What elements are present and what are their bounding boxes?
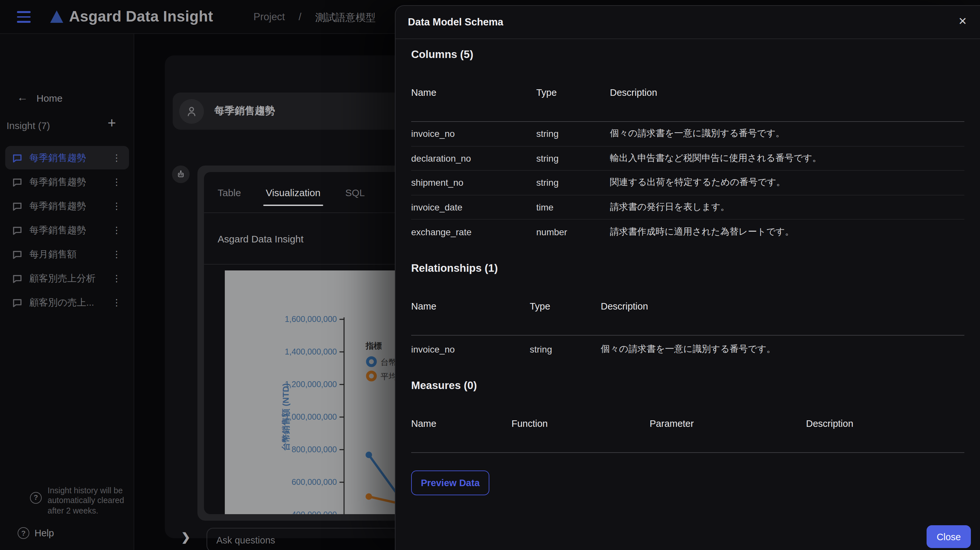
columns-table: Name Type Description invoice_no string … [411, 60, 964, 244]
cell-name: invoice_no [411, 344, 530, 354]
cell-name: exchange_rate [411, 227, 536, 237]
cell-type: number [536, 227, 610, 237]
sidebar-item-label: 每季銷售趨勢 [29, 224, 103, 236]
history-note: ? Insight history will be automatically … [18, 486, 127, 516]
item-menu-icon[interactable]: ⋮ [110, 297, 129, 308]
sidebar-item-label: 顧客別売上分析 [29, 272, 103, 285]
measures-table: Name Function Parameter Description [411, 391, 964, 453]
home-button[interactable]: ← Home [0, 89, 134, 107]
preview-data-button[interactable]: Preview Data [411, 470, 489, 495]
bot-avatar [172, 165, 189, 183]
chat-bubble-icon [12, 200, 23, 211]
cell-description: 輸出入申告書など税関申告に使用される番号です。 [610, 153, 964, 164]
chat-bubble-icon [12, 224, 23, 235]
sidebar-item-insight-4[interactable]: 每季銷售趨勢 ⋮ [5, 218, 129, 242]
robot-icon [176, 169, 186, 179]
back-arrow-icon: ← [17, 91, 28, 104]
person-icon [185, 104, 199, 118]
sidebar-item-label: 顧客別の売上... [29, 296, 103, 308]
col-header-name: Name [411, 300, 530, 312]
tick-label: 1,000,000,000 [285, 412, 337, 421]
insight-section-label: Insight (7) [6, 119, 50, 131]
cell-description: 個々の請求書を一意に識別する番号です。 [601, 343, 964, 355]
chat-bubble-icon [12, 273, 23, 284]
tick-label: 600,000,000 [291, 477, 337, 486]
table-row: invoice_date time 請求書の発行日を表します。 [411, 195, 964, 219]
chat-bubble-icon [12, 176, 23, 188]
col-header-parameter: Parameter [650, 417, 806, 429]
history-note-text: Insight history will be automatically cl… [48, 486, 127, 516]
help-button[interactable]: ? Help [18, 527, 54, 539]
sidebar-item-insight-7[interactable]: 顧客別の売上... ⋮ [5, 291, 129, 314]
sidebar-item-label: 每季銷售趨勢 [29, 200, 103, 212]
table-row: invoice_no string 個々の請求書を一意に識別する番号です。 [411, 335, 964, 362]
chevron-right-icon[interactable]: ❯ [181, 531, 191, 544]
item-menu-icon[interactable]: ⋮ [110, 201, 129, 211]
add-insight-button[interactable]: + [108, 116, 116, 130]
sidebar-item-insight-6[interactable]: 顧客別売上分析 ⋮ [5, 267, 129, 290]
breadcrumb-separator: / [299, 11, 302, 25]
data-model-schema-modal: Data Model Schema ✕ Columns (5) Name Typ… [395, 5, 980, 550]
insight-list: 每季銷售趨勢 ⋮ 每季銷售趨勢 ⋮ 每季銷售趨勢 ⋮ 每季銷售趨勢 ⋮ 每月銷售… [0, 146, 134, 315]
modal-footer: Close [927, 525, 971, 548]
tab-table[interactable]: Table [218, 172, 241, 213]
cell-name: invoice_date [411, 202, 536, 213]
sidebar-item-label: 每月銷售額 [29, 248, 103, 260]
sidebar-item-insight-5[interactable]: 每月銷售額 ⋮ [5, 242, 129, 266]
relationships-heading: Relationships (1) [411, 261, 964, 274]
col-header-type: Type [530, 300, 601, 312]
col-header-description: Description [610, 87, 964, 99]
sidebar-item-insight-1[interactable]: 每季銷售趨勢 ⋮ [5, 146, 129, 169]
tab-visualization[interactable]: Visualization [266, 172, 321, 213]
tick-label: 1,400,000,000 [285, 347, 337, 356]
modal-header: Data Model Schema ✕ [396, 6, 980, 39]
columns-heading: Columns (5) [411, 48, 964, 60]
close-icon[interactable]: ✕ [954, 11, 971, 31]
breadcrumb-model[interactable]: 測試語意模型 [315, 11, 375, 25]
col-header-description: Description [601, 300, 964, 312]
app-title: Asgard Data Insight [69, 8, 213, 25]
question-circle-icon: ? [30, 492, 42, 504]
tick-label: 400,000,000 [291, 510, 337, 514]
cell-type: string [536, 129, 610, 139]
item-menu-icon[interactable]: ⋮ [110, 273, 129, 283]
cell-name: declaration_no [411, 153, 536, 164]
help-label: Help [35, 528, 54, 538]
relationships-table: Name Type Description invoice_no string … [411, 274, 964, 362]
col-header-name: Name [411, 87, 536, 99]
legend-marker-orange [368, 372, 375, 380]
table-header-row: Name Type Description [411, 274, 964, 335]
chat-bubble-icon [12, 249, 23, 260]
logo-icon [50, 10, 63, 23]
col-header-type: Type [536, 87, 610, 99]
cell-description: 請求書の発行日を表します。 [610, 201, 964, 213]
legend-title: 指標 [365, 341, 382, 350]
table-row: shipment_no string 関連する出荷を特定するための番号です。 [411, 171, 964, 195]
tick-label: 1,600,000,000 [285, 315, 337, 324]
sidebar-item-label: 每季銷售趨勢 [29, 176, 103, 188]
chat-bubble-icon [12, 297, 23, 308]
y-axis-ticks [339, 320, 344, 514]
tab-sql[interactable]: SQL [345, 172, 365, 213]
modal-body: Columns (5) Name Type Description invoic… [396, 40, 980, 511]
data-point [366, 493, 372, 500]
breadcrumb-project[interactable]: Project [253, 11, 285, 25]
sidebar-item-insight-3[interactable]: 每季銷售趨勢 ⋮ [5, 194, 129, 218]
cell-type: string [530, 344, 601, 354]
sidebar-item-label: 每季銷售趨勢 [29, 151, 103, 164]
cell-name: invoice_no [411, 129, 536, 139]
item-menu-icon[interactable]: ⋮ [110, 249, 129, 259]
breadcrumb: Project / 測試語意模型 [253, 11, 375, 25]
col-header-description: Description [806, 417, 964, 429]
cell-type: string [536, 153, 610, 164]
item-menu-icon[interactable]: ⋮ [110, 225, 129, 235]
close-button[interactable]: Close [927, 525, 971, 548]
user-avatar [179, 99, 204, 124]
cell-type: string [536, 178, 610, 188]
item-menu-icon[interactable]: ⋮ [110, 176, 129, 187]
sidebar-item-insight-2[interactable]: 每季銷售趨勢 ⋮ [5, 170, 129, 194]
tick-label: 800,000,000 [291, 445, 337, 454]
item-menu-icon[interactable]: ⋮ [110, 153, 129, 163]
menu-icon[interactable] [17, 11, 30, 23]
app-root: Asgard Data Insight Project / 測試語意模型 ← H… [0, 0, 980, 550]
